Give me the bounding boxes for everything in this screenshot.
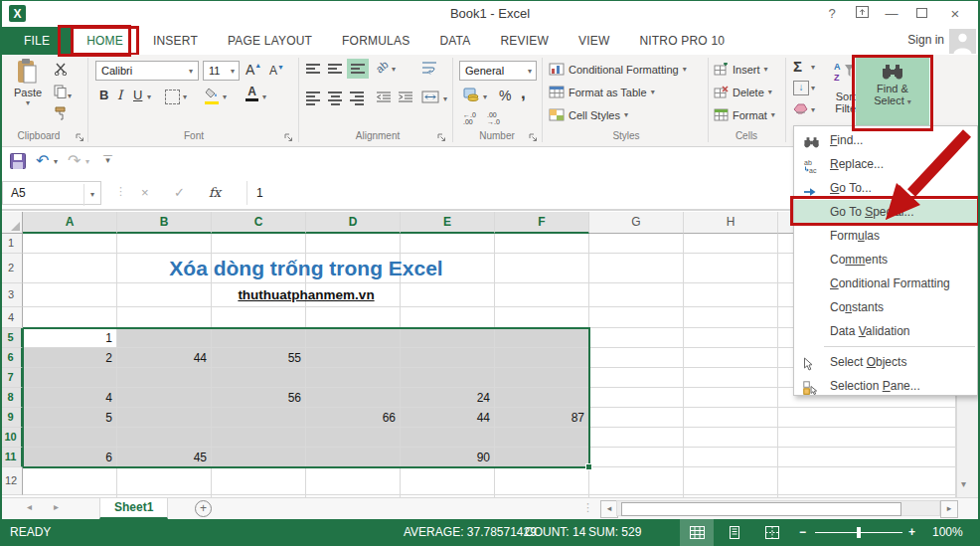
merge-center-button[interactable] [421, 91, 439, 105]
tab-view[interactable]: VIEW [564, 27, 624, 55]
bottom-align-button[interactable] [347, 59, 369, 79]
borders-button[interactable] [165, 90, 180, 104]
format-cells-button[interactable]: Format▾ [714, 108, 775, 121]
undo-dropdown-arrow[interactable]: ▾ [54, 157, 58, 166]
customize-qat-icon[interactable]: —▾ [103, 153, 112, 163]
tabbar-splitter-dots[interactable]: ⋮ [582, 501, 593, 514]
row-header-12[interactable]: 12 [0, 467, 23, 495]
font-color-button[interactable]: A [245, 87, 258, 101]
maximize-button[interactable] [908, 3, 934, 24]
minimize-button[interactable]: — [879, 3, 904, 24]
increase-decimal-button[interactable]: ←.0.00 [463, 111, 476, 125]
name-box[interactable]: A5▾ [2, 181, 101, 205]
column-header-F[interactable]: F [495, 212, 589, 234]
select-all-corner[interactable] [0, 212, 23, 234]
ribbon-display-options-icon[interactable] [849, 3, 875, 24]
format-as-table-button[interactable]: Format as Table▾ [549, 86, 655, 98]
align-left-button[interactable] [306, 91, 320, 105]
column-header-H[interactable]: H [684, 212, 778, 234]
next-sheet-icon[interactable]: ▸ [54, 501, 59, 512]
comma-style-button[interactable]: , [521, 84, 526, 103]
font-name-combo[interactable]: Calibri▾ [95, 61, 199, 81]
decrease-indent-button[interactable] [376, 91, 392, 105]
sign-in-link[interactable]: Sign in [907, 33, 944, 47]
row-header-11[interactable]: 11 [0, 448, 23, 467]
tab-data[interactable]: DATA [424, 27, 485, 55]
delete-cells-button[interactable]: Delete▾ [714, 86, 772, 98]
fill-color-button[interactable] [205, 88, 220, 104]
new-sheet-button[interactable]: + [195, 500, 212, 517]
save-icon[interactable] [10, 153, 26, 173]
tab-review[interactable]: REVIEW [485, 27, 564, 55]
row-header-1[interactable]: 1 [0, 234, 23, 254]
increase-font-size-button[interactable]: A▲ [245, 62, 261, 78]
font-dialog-launcher-icon[interactable] [284, 132, 293, 144]
cell-styles-button[interactable]: Cell Styles▾ [549, 108, 628, 121]
format-painter-button[interactable] [54, 106, 69, 122]
zoom-slider-thumb[interactable] [857, 527, 861, 538]
zoom-in-icon[interactable]: + [908, 525, 915, 539]
column-header-D[interactable]: D [306, 212, 401, 234]
clipboard-dialog-launcher-icon[interactable] [76, 132, 84, 144]
hscroll-thumb[interactable] [621, 502, 901, 516]
decrease-font-size-button[interactable]: A▼ [269, 64, 284, 78]
tab-page-layout[interactable]: PAGE LAYOUT [213, 27, 327, 55]
accounting-format-button[interactable] [463, 88, 480, 103]
menu-item-selection-pane[interactable]: Selection Pane... [794, 374, 977, 398]
number-dialog-launcher-icon[interactable] [529, 132, 538, 144]
align-right-button[interactable] [350, 91, 364, 105]
scroll-down-icon[interactable]: ▾ [961, 478, 966, 489]
menu-item-select-objects[interactable]: Select Objects [794, 350, 977, 374]
normal-view-button[interactable] [680, 519, 714, 546]
row-header-6[interactable]: 6 [0, 348, 23, 368]
paste-button[interactable]: Paste ▾ [6, 59, 50, 128]
undo-button[interactable]: ↶ [36, 151, 49, 170]
copy-button[interactable]: ▾ [54, 85, 72, 100]
increase-indent-button[interactable] [398, 91, 413, 105]
hscroll-right-icon[interactable]: ▸ [940, 500, 958, 518]
decrease-decimal-button[interactable]: .00→.0 [487, 111, 500, 125]
cut-button[interactable] [54, 63, 69, 78]
orientation-button[interactable]: ab [374, 58, 391, 75]
menu-item-comments[interactable]: Comments [794, 248, 977, 272]
insert-cells-button[interactable]: Insert▾ [714, 63, 768, 76]
row-header-7[interactable]: 7 [0, 368, 23, 388]
sheet-tab-sheet1[interactable]: Sheet1 [99, 498, 168, 519]
column-header-C[interactable]: C [212, 212, 306, 234]
redo-button[interactable]: ↷ [68, 151, 81, 170]
column-header-A[interactable]: A [23, 212, 117, 234]
wrap-text-button[interactable] [421, 61, 437, 77]
accounting-dropdown-arrow[interactable]: ▾ [483, 92, 487, 101]
column-header-B[interactable]: B [117, 212, 212, 234]
zoom-slider[interactable] [815, 532, 902, 533]
insert-function-button[interactable]: fx [209, 185, 221, 200]
row-header-8[interactable]: 8 [0, 388, 23, 408]
row-header-9[interactable]: 9 [0, 408, 23, 428]
tab-insert[interactable]: INSERT [138, 27, 213, 55]
horizontal-scrollbar[interactable] [616, 500, 940, 516]
italic-button[interactable]: I [117, 88, 122, 102]
percent-style-button[interactable]: % [499, 88, 511, 103]
underline-dropdown-arrow[interactable]: ▾ [147, 92, 151, 101]
clear-button[interactable] [793, 103, 808, 116]
bold-button[interactable]: B [99, 88, 108, 102]
row-header-3[interactable]: 3 [0, 283, 23, 307]
font-size-combo[interactable]: 11▾ [203, 61, 240, 81]
zoom-out-icon[interactable]: − [799, 525, 806, 539]
help-icon[interactable]: ? [819, 3, 845, 24]
top-align-button[interactable] [306, 64, 320, 74]
row-header-10[interactable]: 10 [0, 428, 23, 448]
menu-item-constants[interactable]: Constants [794, 295, 977, 319]
menu-item-conditional-formatting[interactable]: Conditional Formatting [794, 272, 977, 295]
prev-sheet-icon[interactable]: ◂ [27, 501, 32, 512]
middle-align-button[interactable] [328, 64, 342, 74]
menu-item-data-validation[interactable]: Data Validation [794, 319, 977, 343]
row-header-4[interactable]: 4 [0, 307, 23, 328]
autosum-button[interactable]: Σ [793, 58, 802, 75]
close-button[interactable]: × [942, 3, 968, 24]
autosum-dropdown-arrow[interactable]: ▾ [811, 63, 815, 72]
cancel-entry-icon[interactable]: × [141, 185, 149, 200]
page-break-view-button[interactable] [755, 519, 789, 546]
row-header-2[interactable]: 2 [0, 254, 23, 283]
redo-dropdown-arrow[interactable]: ▾ [85, 157, 89, 166]
